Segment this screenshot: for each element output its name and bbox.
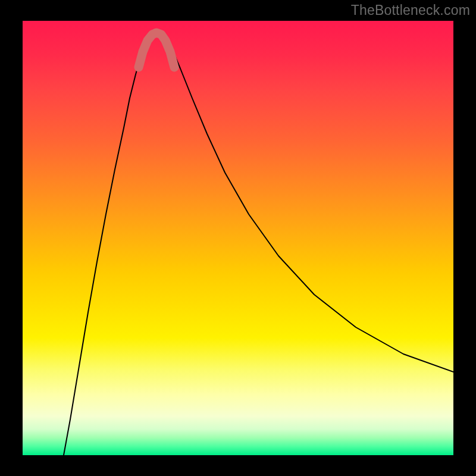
chart-frame: TheBottleneck.com — [0, 0, 476, 476]
plot-area — [23, 21, 453, 455]
watermark-text: TheBottleneck.com — [351, 2, 470, 18]
series-right-branch — [165, 39, 453, 372]
series-left-branch — [64, 39, 148, 455]
series-minimum-highlight — [139, 33, 174, 67]
curve-layer — [23, 21, 453, 455]
